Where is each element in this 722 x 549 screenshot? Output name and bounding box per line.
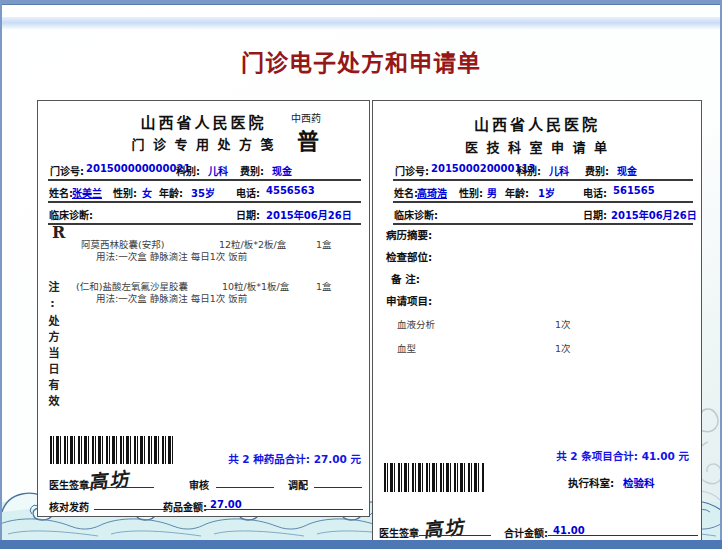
prescription-form-title: 门 诊 专 用 处 方 笺 bbox=[38, 134, 369, 153]
drug-item-row: (仁和)盐酸左氧氟沙星胶囊 10粒/板*1板/盒 1盒 bbox=[38, 279, 369, 291]
drug-item-row: 阿莫西林胶囊(安邦) 12粒/板*2板/盒 1盒 bbox=[38, 237, 369, 249]
diagnosis-label: 临床诊断: bbox=[394, 207, 438, 222]
visit-no-label: 门诊号: bbox=[50, 163, 84, 178]
amount-row: 核对发药 药品金额: 27.00 bbox=[38, 497, 369, 519]
doctor-sign-label: 医生签章 bbox=[49, 477, 89, 492]
gender-label: 性别: bbox=[459, 185, 483, 200]
slide-header-strip bbox=[2, 17, 720, 30]
fee-value: 现金 bbox=[272, 163, 292, 178]
prescription-class-tag: 普 bbox=[297, 123, 319, 155]
dept-value: 儿科 bbox=[549, 163, 569, 178]
remark-label: 备 注: bbox=[391, 271, 420, 286]
phone-value: 561565 bbox=[613, 185, 655, 196]
patient-info-row: 姓名: 张美兰 性别: 女 年龄: 35岁 电话: 4556563 bbox=[48, 181, 361, 203]
apply-item-name: 血液分析 bbox=[397, 317, 435, 331]
apply-item-row: 血型 1次 bbox=[373, 341, 701, 353]
drug-usage: 用法:一次盒 静脉滴注 每日1次 饭前 bbox=[96, 249, 247, 263]
slide-left-border bbox=[0, 0, 2, 549]
slide-bottom-bar bbox=[0, 540, 722, 549]
review-label: 审核 bbox=[189, 477, 209, 492]
dept-label: 科别: bbox=[176, 163, 200, 178]
drug-usage-row: 用法:一次盒 静脉滴注 每日1次 饭前 bbox=[38, 249, 369, 261]
exec-dept-label: 执行科室: bbox=[568, 475, 614, 490]
dept-value: 儿科 bbox=[208, 163, 228, 178]
fee-label: 费别: bbox=[240, 163, 264, 178]
name-label: 姓名: bbox=[394, 185, 418, 200]
doctor-sign-label: 医生签章 bbox=[379, 525, 419, 540]
amount-blank bbox=[548, 521, 698, 536]
patient-info-row: 姓名: 高琦浩 性别: 男 年龄: 1岁 电话: 561565 bbox=[393, 181, 693, 203]
date-value: 2015年06月26日 bbox=[611, 207, 697, 222]
date-label: 日期: bbox=[583, 207, 607, 222]
apply-item-qty: 1次 bbox=[555, 341, 571, 355]
name-value: 高琦浩 bbox=[417, 185, 447, 200]
total-amount-label: 合计金额: bbox=[504, 525, 548, 540]
slide-top-border-edge bbox=[0, 4, 722, 5]
signature-blank bbox=[86, 473, 154, 488]
drug-usage-row: 用法:一次盒 静脉滴注 每日1次 饭前 bbox=[38, 291, 369, 303]
visit-no-value: 201500000000021 bbox=[86, 163, 190, 174]
apply-item-qty: 1次 bbox=[555, 317, 571, 331]
apply-item-row: 血液分析 1次 bbox=[373, 317, 701, 329]
age-label: 年龄: bbox=[159, 185, 183, 200]
drug-amount-label: 药品金额: bbox=[163, 499, 207, 514]
signature-row: 医生签章 高坊 合计金额: 41.00 bbox=[373, 515, 701, 541]
exec-dept-value: 检验科 bbox=[623, 475, 655, 490]
check-dispense-label: 核对发药 bbox=[49, 499, 89, 514]
prescription-form: 山西省人民医院 门 诊 专 用 处 方 笺 中西药 普 门诊号: 2015000… bbox=[37, 100, 370, 517]
phone-label: 电话: bbox=[236, 185, 260, 200]
exam-part-label: 检查部位: bbox=[386, 249, 432, 264]
gender-value: 男 bbox=[487, 185, 497, 200]
dept-label: 科别: bbox=[517, 163, 541, 178]
application-form-title: 医 技 科 室 申 请 单 bbox=[373, 137, 701, 156]
signature-blank bbox=[419, 521, 491, 536]
dispense-label: 调配 bbox=[288, 477, 308, 492]
drug-usage: 用法:一次盒 静脉滴注 每日1次 饭前 bbox=[96, 291, 247, 305]
exec-dept-row: 执行科室: 检验科 bbox=[373, 473, 701, 491]
summary-label: 病历摘要: bbox=[386, 227, 432, 242]
age-label: 年龄: bbox=[505, 185, 529, 200]
date-value: 2015年06月26日 bbox=[266, 207, 352, 222]
visit-no-label: 门诊号: bbox=[395, 163, 429, 178]
check-blank bbox=[94, 495, 168, 510]
name-value: 张美兰 bbox=[72, 185, 102, 200]
visit-info-row: 门诊号: 201500020000113 科别: 儿科 费别: 现金 bbox=[393, 159, 693, 181]
visit-info-row: 门诊号: 201500000000021 科别: 儿科 费别: 现金 bbox=[48, 159, 361, 181]
diagnosis-row: 临床诊断: 日期: 2015年06月26日 bbox=[48, 203, 361, 225]
name-label: 姓名: bbox=[49, 185, 73, 200]
lab-application-form: 山西省人民医院 医 技 科 室 申 请 单 门诊号: 2015000200001… bbox=[372, 100, 702, 544]
apply-items-label: 申请项目: bbox=[386, 293, 432, 308]
phone-label: 电话: bbox=[583, 185, 607, 200]
drug-total-line: 共 2 种药品合计: 27.00 元 bbox=[228, 451, 361, 466]
hospital-name: 山西省人民医院 bbox=[373, 113, 701, 134]
presentation-slide: 门诊电子处方和申请单 山西省人民医院 门 诊 专 用 处 方 笺 中西药 普 bbox=[0, 0, 722, 549]
page-title: 门诊电子处方和申请单 bbox=[0, 44, 722, 78]
fee-value: 现金 bbox=[617, 163, 637, 178]
item-total-line: 共 2 条项目合计: 41.00 元 bbox=[556, 448, 689, 463]
barcode bbox=[50, 436, 174, 464]
diagnosis-label: 临床诊断: bbox=[49, 207, 93, 222]
review-blank bbox=[216, 473, 274, 488]
date-label: 日期: bbox=[236, 207, 260, 222]
amount-blank bbox=[205, 495, 363, 510]
fee-label: 费别: bbox=[585, 163, 609, 178]
gender-value: 女 bbox=[142, 185, 152, 200]
phone-value: 4556563 bbox=[266, 185, 315, 196]
diagnosis-row: 临床诊断: 日期: 2015年06月26日 bbox=[393, 203, 693, 225]
age-value: 35岁 bbox=[191, 185, 215, 200]
signature-row: 医生签章 高坊 审核 调配 bbox=[38, 469, 369, 493]
apply-item-name: 血型 bbox=[397, 341, 416, 355]
age-value: 1岁 bbox=[538, 185, 555, 200]
gender-label: 性别: bbox=[113, 185, 137, 200]
dispense-blank bbox=[314, 473, 362, 488]
